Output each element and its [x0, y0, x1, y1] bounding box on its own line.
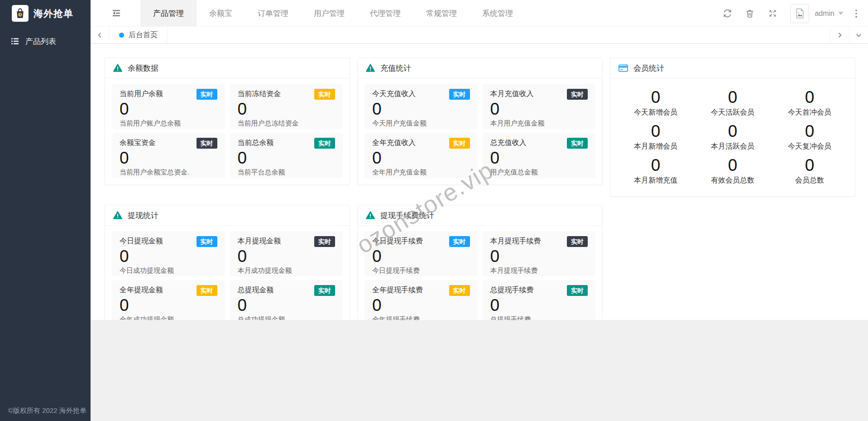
stat-label: 全年提现手续费: [372, 286, 423, 295]
stat-label: 本月充值收入: [490, 89, 534, 98]
main-area: 产品管理 余额宝 订单管理 用户管理 代理管理 常规管理 系统管理: [91, 0, 868, 421]
stat-label: 本月提现金额: [238, 237, 281, 246]
card-header: 余额数据: [105, 58, 350, 78]
nav-item-product[interactable]: 产品管理: [140, 0, 197, 26]
copyright-text: ©版权所有 2022 海外抢单: [8, 406, 86, 415]
stat-label: 全年提现金额: [120, 286, 163, 295]
tabbar: 后台首页: [91, 27, 868, 44]
card-balance-data: 余额数据 当前用户余额 实时 0 当前用户账户总余额: [105, 58, 350, 185]
stat-box: 余额宝资金 实时 0 当前用户余额宝总资金.: [112, 133, 225, 178]
stat-desc: 全年用户充值金额: [372, 168, 470, 177]
member-label: 今天活跃会员: [694, 108, 771, 117]
member-value: 0: [771, 121, 848, 141]
stat-desc: 今日提现手续费: [372, 266, 470, 275]
nav-item-users[interactable]: 用户管理: [301, 0, 357, 26]
realtime-badge: 实时: [314, 138, 335, 149]
stat-label: 余额宝资金: [120, 138, 156, 147]
stat-desc: 本月提现手续费: [490, 266, 588, 275]
stat-box: 今日提现金额 实时 0 今日成功提现金额: [112, 231, 225, 276]
card-row-2: 提现统计 今日提现金额 实时 0 今日成功提现金额: [105, 205, 855, 320]
stat-box: 当前用户余额 实时 0 当前用户账户总余额: [112, 84, 225, 129]
warning-triangle-icon: [365, 210, 375, 220]
tab-scroll-left-button[interactable]: [91, 27, 110, 43]
tab-home[interactable]: 后台首页: [110, 27, 168, 43]
realtime-badge: 实时: [567, 285, 588, 296]
stat-box: 本月提现金额 实时 0 本月成功提现金额: [230, 231, 343, 276]
card-withdraw-fee-stats: 提现手续费统计 今日提现手续费 实时 0 今日提现手续费: [357, 205, 603, 320]
stat-desc: 今日成功提现金额: [120, 266, 217, 275]
kebab-dot: [855, 16, 857, 18]
stat-box: 全年提现手续费 实时 0 全年提现手续费: [364, 280, 478, 320]
card-member-stats: 会员统计 0 今天新增会员 0 今天活跃会员: [610, 58, 855, 197]
nav-item-orders[interactable]: 订单管理: [245, 0, 301, 26]
realtime-badge: 实时: [197, 236, 217, 247]
card-title: 充值统计: [380, 63, 411, 73]
stat-value: 0: [490, 149, 588, 167]
warning-triangle-icon: [365, 63, 375, 73]
stat-label: 总提现手续费: [490, 286, 534, 295]
nav-item-yuebao[interactable]: 余额宝: [197, 0, 245, 26]
nav-item-system[interactable]: 系统管理: [470, 0, 526, 26]
app-logo: [12, 5, 29, 22]
stat-value: 0: [490, 247, 588, 266]
stat-value: 0: [120, 149, 217, 167]
chevron-left-icon: [96, 31, 104, 39]
card-body: 今天充值收入 实时 0 今天用户充值金额 本月充值收入 实时: [358, 78, 602, 184]
stat-label: 总充值收入: [490, 138, 527, 147]
trash-button[interactable]: [739, 0, 761, 27]
stat-desc: 当前平台总余额: [238, 168, 336, 177]
stat-desc: 当前用户总冻结资金: [238, 119, 336, 128]
member-label: 会员总数: [771, 176, 848, 185]
card-title: 提现手续费统计: [380, 210, 434, 221]
topbar-right: admin: [716, 0, 868, 27]
stat-box: 总提现手续费 实时 0 总提现手续费: [483, 280, 596, 320]
credit-card-icon: [618, 63, 628, 73]
sidebar-item-label: 产品列表: [25, 36, 56, 47]
active-tab-dot: [119, 33, 124, 38]
chevron-right-icon: [835, 31, 844, 39]
member-label: 今天首冲会员: [771, 108, 848, 117]
member-stat: 0 本月新增充值: [617, 155, 694, 185]
warning-triangle-icon: [113, 210, 123, 220]
stat-value: 0: [238, 100, 336, 118]
stat-label: 全年充值收入: [372, 138, 416, 147]
nav-item-general[interactable]: 常规管理: [413, 0, 470, 26]
member-label: 今天复冲会员: [771, 142, 848, 151]
stat-value: 0: [372, 149, 470, 167]
refresh-button[interactable]: [716, 0, 739, 27]
card-withdraw-stats: 提现统计 今日提现金额 实时 0 今日成功提现金额: [105, 205, 350, 320]
tab-label: 后台首页: [129, 30, 158, 40]
stat-label: 今日提现手续费: [372, 237, 423, 246]
admin-dashboard: 海外抢单 产品列表 ©版权所有 2022 海外抢单: [0, 0, 868, 421]
user-menu[interactable]: admin: [815, 10, 844, 18]
avatar[interactable]: [790, 4, 809, 23]
fullscreen-button[interactable]: [761, 0, 784, 27]
member-stat: 0 今天首冲会员: [771, 87, 848, 117]
realtime-badge: 实时: [449, 89, 470, 100]
sidebar: 海外抢单 产品列表 ©版权所有 2022 海外抢单: [0, 0, 91, 421]
stat-value: 0: [120, 247, 217, 266]
menu-fold-button[interactable]: [110, 0, 123, 26]
stat-box: 全年充值收入 实时 0 全年用户充值金额: [364, 133, 478, 178]
member-label: 今天新增会员: [617, 108, 694, 117]
stat-value: 0: [238, 296, 336, 315]
tabbar-spacer: [168, 27, 830, 43]
member-value: 0: [617, 121, 694, 141]
card-header: 提现统计: [105, 205, 350, 226]
realtime-badge: 实时: [197, 285, 217, 296]
more-menu-button[interactable]: [851, 6, 862, 21]
tab-menu-button[interactable]: [849, 27, 868, 43]
tab-scroll-right-button[interactable]: [830, 27, 849, 43]
nav-item-agents[interactable]: 代理管理: [357, 0, 413, 26]
chevron-down-icon: [854, 31, 863, 39]
member-value: 0: [617, 155, 694, 175]
sidebar-item-product-list[interactable]: 产品列表: [0, 29, 91, 53]
list-icon: [10, 37, 19, 46]
stat-box: 当前冻结资金 实时 0 当前用户总冻结资金: [230, 84, 343, 129]
kebab-dot: [855, 13, 857, 15]
stat-label: 当前冻结资金: [238, 89, 281, 98]
member-stat: 0 有效会员总数: [694, 155, 771, 185]
member-value: 0: [617, 87, 694, 107]
stat-value: 0: [372, 296, 470, 315]
member-value: 0: [694, 121, 771, 141]
